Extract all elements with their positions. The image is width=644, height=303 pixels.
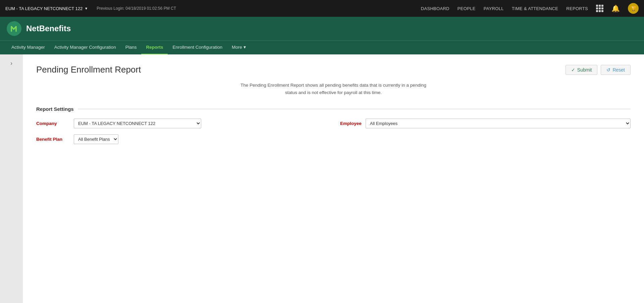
page-title: Pending Enrollment Report xyxy=(36,64,141,75)
nav-payroll[interactable]: PAYROLL xyxy=(484,6,504,11)
brand-bar: NetBenefits xyxy=(0,17,644,40)
settings-grid: Company EUM - TA LEGACY NETCONNECT 122 E… xyxy=(36,119,631,144)
sec-nav-activity-manager[interactable]: Activity Manager xyxy=(7,41,50,55)
sidebar-toggle-arrow-icon: › xyxy=(10,60,12,67)
layout: › Pending Enrollment Report ✓ Submit ↺ R… xyxy=(0,54,644,303)
employee-label: Employee xyxy=(340,121,362,126)
report-description: The Pending Enrollment Report shows all … xyxy=(36,82,631,96)
more-chevron-icon: ▾ xyxy=(244,44,246,50)
sidebar-toggle[interactable]: › xyxy=(0,54,23,303)
company-dropdown-icon[interactable]: ▾ xyxy=(85,6,87,11)
sec-nav-activity-manager-config[interactable]: Activity Manager Configuration xyxy=(50,41,121,55)
sec-nav-plans[interactable]: Plans xyxy=(121,41,142,55)
section-title: Report Settings xyxy=(36,106,74,112)
nav-people[interactable]: PEOPLE xyxy=(458,6,476,11)
top-bar-left: EUM - TA LEGACY NETCONNECT 122 ▾ Previou… xyxy=(5,6,176,11)
company-field-row: Company EUM - TA LEGACY NETCONNECT 122 xyxy=(36,119,327,128)
reset-icon: ↺ xyxy=(606,67,610,73)
benefit-plan-label: Benefit Plan xyxy=(36,137,70,142)
nav-dashboard[interactable]: DASHBOARD xyxy=(421,6,449,11)
company-label: Company xyxy=(36,121,70,126)
checkmark-icon: ✓ xyxy=(571,67,575,73)
sec-nav-enrollment-config[interactable]: Enrollment Configuration xyxy=(168,41,227,55)
employee-field-row: Employee All Employees xyxy=(340,119,631,128)
nav-reports[interactable]: REPORTS xyxy=(566,6,588,11)
top-bar-right: DASHBOARD PEOPLE PAYROLL TIME & ATTENDAN… xyxy=(421,3,639,14)
prev-login: Previous Login: 04/18/2019 01:02:56 PM C… xyxy=(97,6,176,11)
submit-button[interactable]: ✓ Submit xyxy=(566,65,598,75)
nav-time-attendance[interactable]: TIME & ATTENDANCE xyxy=(512,6,558,11)
page-header: Pending Enrollment Report ✓ Submit ↺ Res… xyxy=(36,64,631,75)
benefit-plan-select[interactable]: All Benefit Plans xyxy=(74,134,118,144)
main-content: Pending Enrollment Report ✓ Submit ↺ Res… xyxy=(23,54,644,303)
section-header: Report Settings xyxy=(36,106,631,112)
employee-select[interactable]: All Employees xyxy=(366,119,631,128)
sec-nav-more[interactable]: More ▾ xyxy=(227,41,251,55)
sec-nav-reports[interactable]: Reports xyxy=(141,41,168,55)
header-actions: ✓ Submit ↺ Reset xyxy=(566,65,631,75)
brand-logo-svg xyxy=(9,24,19,33)
company-select[interactable]: EUM - TA LEGACY NETCONNECT 122 xyxy=(74,119,201,128)
benefit-plan-field-row: Benefit Plan All Benefit Plans xyxy=(36,134,327,144)
user-avatar[interactable]: 🏆 xyxy=(628,3,639,14)
company-name[interactable]: EUM - TA LEGACY NETCONNECT 122 xyxy=(5,6,83,11)
secondary-nav: Activity Manager Activity Manager Config… xyxy=(0,40,644,54)
grid-menu-icon[interactable] xyxy=(596,5,603,12)
description-line2: status and is not effective for payroll … xyxy=(36,89,631,96)
notification-bell-icon[interactable]: 🔔 xyxy=(611,4,620,12)
report-settings-section: Report Settings Company EUM - TA LEGACY … xyxy=(36,106,631,144)
brand-title: NetBenefits xyxy=(26,24,71,33)
description-line1: The Pending Enrollment Report shows all … xyxy=(36,82,631,89)
section-divider xyxy=(78,109,631,109)
brand-logo xyxy=(7,21,21,36)
reset-button[interactable]: ↺ Reset xyxy=(601,65,631,75)
top-bar: EUM - TA LEGACY NETCONNECT 122 ▾ Previou… xyxy=(0,0,644,17)
